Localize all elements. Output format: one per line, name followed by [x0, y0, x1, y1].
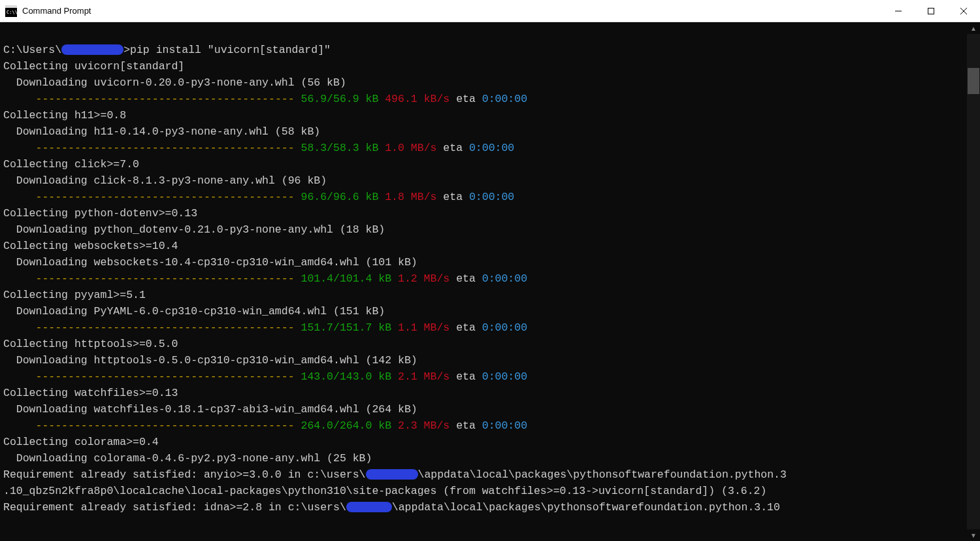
minimize-button[interactable] — [882, 0, 915, 22]
terminal-output[interactable]: C:\Users\>pip install "uvicorn[standard]… — [0, 22, 967, 541]
scrollbar-track[interactable] — [967, 34, 980, 529]
scroll-down-icon[interactable]: ▼ — [967, 529, 980, 541]
svg-text:C:\\: C:\\ — [7, 10, 17, 15]
svg-rect-1 — [5, 5, 17, 8]
svg-rect-4 — [928, 8, 934, 14]
terminal-container: C:\Users\>pip install "uvicorn[standard]… — [0, 22, 980, 541]
cmd-icon: C:\\ — [5, 5, 17, 17]
scrollbar[interactable]: ▲ ▼ — [967, 22, 980, 541]
window-controls — [882, 0, 980, 22]
scrollbar-thumb[interactable] — [968, 68, 979, 94]
titlebar: C:\\ Command Prompt — [0, 0, 980, 22]
close-button[interactable] — [947, 0, 980, 22]
maximize-button[interactable] — [915, 0, 947, 22]
window-title: Command Prompt — [22, 6, 882, 16]
scroll-up-icon[interactable]: ▲ — [967, 22, 980, 34]
